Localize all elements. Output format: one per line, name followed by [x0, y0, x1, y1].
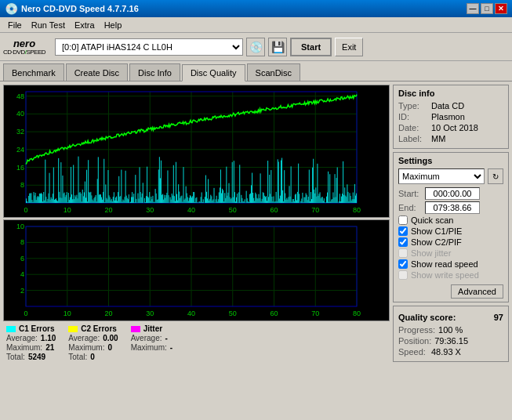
- tab-scan-disc[interactable]: ScanDisc: [247, 63, 300, 81]
- c1-total-label: Total:: [6, 353, 25, 361]
- date-label: Date:: [398, 123, 428, 132]
- exit-button[interactable]: Exit: [335, 38, 363, 56]
- drive-select[interactable]: [0:0] ATAPI iHAS124 C LL0H: [55, 38, 243, 56]
- show-c2pif-label: Show C2/PIF: [411, 237, 462, 247]
- legend-area: C1 Errors Average: 1.10 Maximum: 21 Tota…: [3, 323, 390, 363]
- title-bar: 💿 Nero CD-DVD Speed 4.7.7.16 — □ ✕: [0, 0, 512, 17]
- window-title: Nero CD-DVD Speed 4.7.7.16: [21, 4, 467, 13]
- legend-c1: C1 Errors Average: 1.10 Maximum: 21 Tota…: [6, 324, 56, 361]
- refresh-button[interactable]: ↻: [488, 168, 503, 184]
- show-c1pie-label: Show C1/PIE: [411, 226, 462, 236]
- c1-avg-label: Average:: [6, 334, 38, 342]
- chart-area: C1 Errors Average: 1.10 Maximum: 21 Tota…: [3, 85, 390, 417]
- jitter-max-label: Maximum:: [131, 343, 167, 352]
- c2-header: C2 Errors: [81, 324, 117, 333]
- logo-nero: nero: [13, 38, 35, 49]
- quality-score-label: Quality score:: [398, 313, 456, 322]
- progress-label: Progress:: [398, 325, 435, 335]
- tab-benchmark[interactable]: Benchmark: [3, 63, 64, 81]
- quick-scan-checkbox[interactable]: [398, 215, 408, 225]
- c1-header: C1 Errors: [19, 324, 55, 333]
- type-label: Type:: [398, 101, 428, 110]
- tab-create-disc[interactable]: Create Disc: [66, 63, 128, 81]
- show-read-checkbox[interactable]: [398, 259, 408, 269]
- close-button[interactable]: ✕: [495, 3, 507, 14]
- show-c1pie-checkbox[interactable]: [398, 226, 408, 236]
- position-value: 79:36.15: [434, 336, 468, 346]
- right-panel: Disc info Type: Data CD ID: Plasmon Date…: [393, 85, 509, 417]
- quality-section: Quality score: 97 Progress: 100 % Positi…: [393, 306, 509, 362]
- progress-value: 100 %: [438, 325, 463, 335]
- bottom-chart: [3, 219, 390, 321]
- settings-section: Settings Maximum ↻ Start: 000:00.00 End:…: [393, 152, 509, 302]
- disc-info-section: Disc info Type: Data CD ID: Plasmon Date…: [393, 85, 509, 149]
- end-time-label: End:: [398, 203, 422, 212]
- start-button[interactable]: Start: [290, 38, 332, 56]
- speed-select[interactable]: Maximum: [398, 168, 485, 184]
- show-write-checkbox[interactable]: [398, 270, 408, 280]
- disc-label-label: Label:: [398, 134, 428, 143]
- disc-info-title: Disc info: [398, 89, 503, 98]
- minimize-button[interactable]: —: [467, 3, 479, 14]
- c1-color: [6, 326, 16, 332]
- advanced-button[interactable]: Advanced: [451, 284, 503, 299]
- jitter-max-val: -: [170, 343, 172, 352]
- tab-bar: Benchmark Create Disc Disc Info Disc Qua…: [0, 61, 512, 81]
- start-time-label: Start:: [398, 189, 422, 198]
- toolbar: nero CD·DVD/SPEED [0:0] ATAPI iHAS124 C …: [0, 33, 512, 61]
- type-value: Data CD: [431, 101, 464, 110]
- date-value: 10 Oct 2018: [431, 123, 478, 132]
- c2-max-val: 0: [107, 343, 112, 352]
- c1-avg-val: 1.10: [41, 334, 56, 342]
- c1-max-val: 21: [45, 343, 54, 352]
- c1-total-val: 5249: [28, 353, 45, 361]
- start-time-value: 000:00.00: [425, 187, 480, 200]
- tab-disc-info[interactable]: Disc Info: [129, 63, 180, 81]
- show-jitter-checkbox[interactable]: [398, 248, 408, 258]
- jitter-header: Jitter: [143, 324, 162, 333]
- quick-scan-label: Quick scan: [411, 215, 453, 225]
- logo: nero CD·DVD/SPEED: [3, 38, 45, 56]
- jitter-avg-label: Average:: [131, 334, 162, 342]
- show-jitter-label: Show jitter: [411, 248, 451, 258]
- id-label: ID:: [398, 112, 428, 121]
- logo-sub: CD·DVD/SPEED: [3, 49, 45, 56]
- legend-jitter: Jitter Average: - Maximum: -: [131, 324, 172, 361]
- end-time-value: 079:38.66: [425, 201, 480, 214]
- c2-avg-val: 0.00: [103, 334, 118, 342]
- menu-run-test[interactable]: Run Test: [27, 19, 70, 31]
- settings-title: Settings: [398, 156, 503, 165]
- menu-file[interactable]: File: [3, 19, 27, 31]
- jitter-avg-val: -: [165, 334, 167, 342]
- menu-extra[interactable]: Extra: [70, 19, 100, 31]
- c1-max-label: Maximum:: [6, 343, 42, 352]
- window-icon: 💿: [5, 2, 18, 15]
- show-write-label: Show write speed: [411, 270, 479, 280]
- show-c2pif-checkbox[interactable]: [398, 237, 408, 247]
- top-chart: [3, 85, 390, 218]
- speed-label: Speed:: [398, 347, 428, 357]
- position-label: Position:: [398, 336, 431, 346]
- eject-button[interactable]: 💿: [246, 38, 265, 56]
- save-button[interactable]: 💾: [268, 38, 287, 56]
- quality-score-value: 97: [494, 313, 503, 322]
- c2-total-val: 0: [90, 353, 95, 361]
- c2-color: [68, 326, 78, 332]
- disc-label-value: MM: [431, 134, 445, 143]
- id-value: Plasmon: [431, 112, 465, 121]
- show-read-label: Show read speed: [411, 259, 478, 269]
- legend-c2: C2 Errors Average: 0.00 Maximum: 0 Total…: [68, 324, 118, 361]
- c2-avg-label: Average:: [68, 334, 100, 342]
- main-content: C1 Errors Average: 1.10 Maximum: 21 Tota…: [0, 81, 512, 420]
- speed-value: 48.93 X: [431, 347, 461, 357]
- maximize-button[interactable]: □: [481, 3, 493, 14]
- tab-disc-quality[interactable]: Disc Quality: [182, 64, 245, 81]
- menu-help[interactable]: Help: [100, 19, 127, 31]
- c2-total-label: Total:: [68, 353, 87, 361]
- menu-bar: File Run Test Extra Help: [0, 17, 512, 33]
- jitter-color: [131, 326, 140, 332]
- c2-max-label: Maximum:: [68, 343, 104, 352]
